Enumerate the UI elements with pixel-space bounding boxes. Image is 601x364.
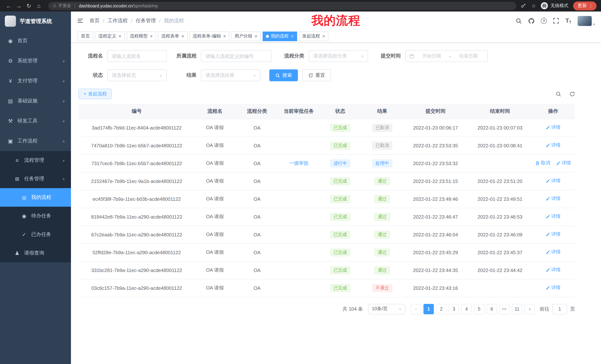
category-select[interactable]: 请选择流程分类 ∨ — [309, 50, 368, 62]
page-button[interactable]: 6 — [487, 304, 497, 314]
tab-close-icon[interactable]: × — [322, 34, 325, 38]
date-range-input[interactable]: 开始日期 - 结束日期 — [405, 50, 488, 62]
detail-link[interactable]: 详情 — [546, 196, 561, 202]
detail-link[interactable]: 详情 — [556, 160, 571, 166]
page-button[interactable]: 11 — [512, 304, 522, 314]
sidebar-menu-item[interactable]: ⚒ 研发工具 ∨ — [0, 111, 71, 131]
user-menu[interactable]: ∨ — [578, 16, 595, 26]
page-button[interactable]: 3 — [449, 304, 459, 314]
tab-close-icon[interactable]: × — [291, 34, 294, 38]
breadcrumb-label[interactable]: 首页 — [90, 18, 100, 24]
edit-icon — [546, 250, 550, 255]
tab[interactable]: 流程表单-编辑 × — [190, 31, 229, 41]
detail-link[interactable]: 详情 — [546, 142, 561, 149]
password-key-icon[interactable] — [521, 3, 527, 9]
page-button[interactable]: 2 — [436, 304, 446, 314]
sidebar-menu-item[interactable]: ¥ 支付管理 ∨ — [0, 71, 71, 91]
process-name-input[interactable] — [107, 50, 167, 62]
url-domain: dashboard.yudao.iocoder.cn — [79, 3, 133, 8]
tab[interactable]: 发起流程 × — [299, 31, 328, 41]
goto-page-input[interactable] — [552, 304, 567, 314]
home-icon[interactable]: ⌂ — [34, 3, 44, 9]
prev-page-button[interactable]: ‹ — [411, 304, 421, 314]
tab-close-icon[interactable]: × — [223, 34, 226, 38]
table-header-cell: 状态 — [318, 104, 362, 119]
sidebar-menu-item[interactable]: ✓ 已办任务 — [0, 225, 71, 244]
search-icon[interactable] — [516, 18, 522, 24]
avatar[interactable] — [578, 16, 592, 26]
next-page-button[interactable]: › — [524, 304, 535, 314]
tab[interactable]: 流程定义 × — [95, 31, 125, 41]
detail-link[interactable]: 详情 — [546, 178, 561, 184]
table-row: 819442e8-7b9a-11ec-a290-acde48001122 OA … — [78, 208, 575, 226]
detail-link[interactable]: 详情 — [546, 285, 561, 291]
sidebar-menu-item[interactable]: ⊞ 任务管理 ∧ — [0, 170, 71, 188]
table-refresh-icon[interactable] — [570, 91, 575, 97]
github-icon[interactable] — [528, 18, 535, 24]
sidebar-menu-item[interactable]: ⚙ 系统管理 ∨ — [0, 51, 71, 71]
table-row: ec45f38f-7b9a-11ec-b03b-acde48001122 OA … — [78, 190, 575, 208]
row-id: 03c6c157-7b9a-11ec-a290-acde48001122 — [78, 279, 195, 297]
text-size-icon[interactable]: TT — [566, 18, 571, 24]
browser-menu-icon[interactable]: ⋮ — [587, 3, 595, 9]
tab[interactable]: 我的流程 × — [263, 31, 297, 41]
detail-link[interactable]: 详情 — [546, 125, 561, 131]
sidebar-menu-item[interactable]: ◎ 我的流程 — [0, 188, 71, 207]
current-task-link[interactable]: 一级审批 — [289, 160, 309, 166]
sidebar-menu-item[interactable]: ◉ 待办任务 — [0, 207, 71, 225]
page-button[interactable]: ••• — [499, 304, 510, 314]
tab-close-icon[interactable]: × — [119, 34, 121, 38]
bookmark-star-icon[interactable]: ☆ — [531, 3, 536, 9]
hamburger-icon[interactable] — [77, 18, 84, 24]
reload-icon[interactable]: ↻ — [24, 2, 34, 9]
tab[interactable]: 流程模型 × — [127, 31, 156, 41]
reset-button[interactable]: 重置 — [302, 69, 331, 81]
table-search-icon[interactable] — [556, 91, 561, 97]
app-logo[interactable]: 芋道管理系统 — [0, 11, 71, 31]
breadcrumb-label[interactable]: 我的流程 — [164, 18, 184, 24]
page-button[interactable]: 5 — [474, 304, 484, 314]
page-button[interactable]: 1 — [423, 304, 434, 314]
result-select[interactable]: 请选择流结果 ∨ — [201, 69, 260, 81]
date-separator: - — [449, 53, 451, 59]
search-button[interactable]: 搜索 — [269, 69, 298, 81]
tab-close-icon[interactable]: × — [255, 34, 257, 38]
sidebar-menu-item[interactable]: ≡ 流程管理 ∨ — [0, 151, 71, 170]
back-icon[interactable]: ← — [4, 3, 14, 9]
sidebar-menu-item[interactable]: ▤ 基础设施 ∨ — [0, 91, 71, 111]
create-process-button[interactable]: + 发起流程 — [78, 89, 112, 99]
chevron-down-icon: ∨ — [361, 54, 364, 58]
status-select[interactable]: 请选择状态 ∨ — [107, 69, 167, 81]
menu-item-icon: ¥ — [7, 78, 13, 84]
forward-icon[interactable]: → — [14, 3, 24, 9]
tab[interactable]: 首页 — [78, 31, 93, 41]
process-def-input[interactable] — [201, 50, 271, 62]
sidebar-menu-item[interactable]: ♟ 请假查询 — [0, 244, 71, 262]
update-button[interactable]: 更新 ⋮ — [573, 1, 597, 10]
sidebar-menu-item[interactable]: ▣ 工作流程 ∧ — [0, 131, 71, 151]
fullscreen-icon[interactable] — [553, 18, 559, 24]
detail-link[interactable]: 详情 — [546, 213, 561, 220]
tab[interactable]: 流程表单 × — [158, 31, 187, 41]
url-bar[interactable]: ⚠ 不安全 dashboard.yudao.iocoder.cn/bpm/tas… — [48, 2, 517, 10]
row-process-name: OA 请假 — [195, 226, 235, 243]
detail-link[interactable]: 详情 — [546, 267, 561, 273]
tab-close-icon[interactable]: × — [181, 34, 184, 38]
page-button[interactable]: 4 — [461, 304, 472, 314]
help-icon[interactable]: ? — [541, 18, 547, 24]
detail-link[interactable]: 详情 — [546, 231, 561, 238]
chevron-down-icon: ∨ — [160, 74, 162, 77]
row-id: 67c2eaab-7b9a-11ec-a290-acde48001122 — [78, 226, 195, 243]
sidebar-menu-item[interactable]: ◉ 首页 — [0, 31, 71, 51]
tab-close-icon[interactable]: × — [150, 34, 153, 38]
row-id: 3ad174fb-7b9d-11ec-8404-acde48001122 — [78, 119, 195, 136]
row-category: OA — [235, 154, 279, 172]
detail-link[interactable]: 详情 — [546, 249, 561, 256]
table-row: 7317cec6-7b9b-11ec-b5b7-acde48001122 OA … — [78, 154, 575, 172]
tab[interactable]: 用户分组 × — [231, 31, 261, 41]
page-size-select[interactable]: 10条/页 ∨ — [368, 304, 405, 314]
breadcrumb-label[interactable]: 任务管理 — [136, 18, 156, 24]
security-label[interactable]: 不安全 — [58, 3, 71, 9]
breadcrumb-label[interactable]: 工作流程 — [108, 18, 128, 24]
cancel-link[interactable]: 取消 — [535, 160, 550, 166]
